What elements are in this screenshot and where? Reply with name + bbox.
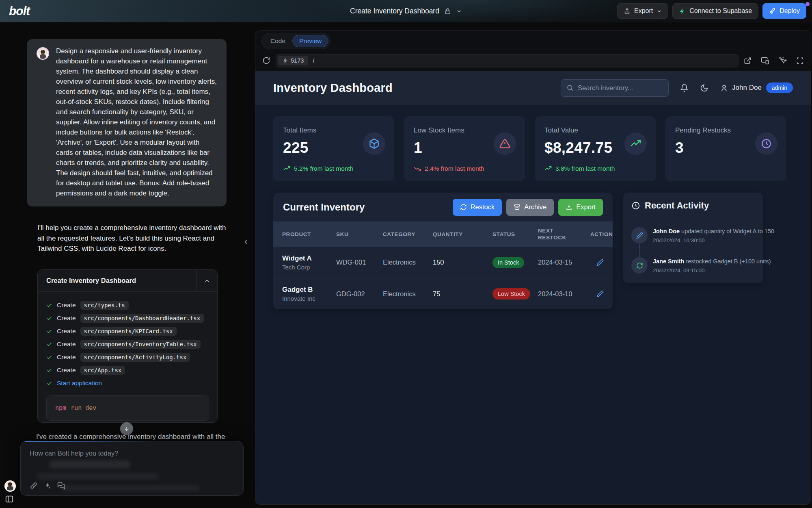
assistant-message-partial: I've created a comprehensive inventory d… (36, 433, 247, 441)
check-icon (46, 315, 52, 321)
account-avatar[interactable] (4, 480, 16, 492)
check-icon (46, 354, 52, 360)
build-step: Create src/types.ts (46, 299, 209, 312)
kpi-card-total-value: Total Value $8,247.75 3.8% from last mon… (535, 116, 656, 181)
attach-link-icon[interactable] (30, 482, 38, 490)
edit-pencil-icon[interactable] (596, 259, 604, 266)
activity-item: Jane Smith restocked Gadget B (+100 unit… (631, 257, 755, 274)
tab-preview[interactable]: Preview (292, 35, 328, 47)
url-path: / (313, 57, 314, 64)
project-title: Create Inventory Dashboard (350, 7, 439, 15)
dashboard-header: Inventory Dashboard John Doe admin (255, 71, 811, 105)
export-button[interactable]: Export (617, 3, 668, 19)
plug-zap-icon (283, 58, 288, 63)
editor-tab-bar: Code Preview (255, 31, 811, 51)
archive-button[interactable]: Archive (506, 199, 554, 216)
refresh-icon (460, 204, 467, 211)
chat-panel: Design a responsive and user-friendly in… (0, 22, 255, 508)
discuss-chat-icon[interactable] (57, 482, 65, 490)
user-menu[interactable]: John Doe (720, 84, 762, 92)
file-path[interactable]: src/components/InventoryTable.tsx (80, 340, 201, 349)
table-row[interactable]: Gadget B Innovate Inc GDG-002 Electronic… (273, 278, 613, 309)
activity-timestamp: 20/02/2024, 10:30:00 (653, 237, 774, 243)
chat-input-box[interactable] (20, 441, 244, 496)
file-path[interactable]: src/App.tsx (80, 366, 125, 375)
bolt-logo[interactable]: bolt (9, 4, 30, 18)
export-csv-button[interactable]: Export (558, 199, 603, 216)
collapse-toggle-button[interactable] (196, 270, 217, 291)
file-path[interactable]: src/components/KPICard.tsx (80, 327, 177, 336)
file-path[interactable]: src/types.ts (80, 301, 129, 310)
top-bar: bolt Create Inventory Dashboard Export C… (0, 0, 812, 22)
clock-icon (755, 132, 777, 155)
terminal-command: npm run dev (46, 395, 209, 421)
sku-cell: WDG-001 (336, 258, 383, 266)
archive-icon (514, 204, 520, 211)
build-step: Create src/components/KPICard.tsx (46, 325, 209, 338)
inventory-search-input[interactable] (578, 84, 667, 92)
build-step: Create src/components/DashboardHeader.ts… (46, 312, 209, 325)
check-icon (46, 302, 52, 308)
category-cell: Electronics (383, 290, 433, 298)
connect-supabase-button[interactable]: Connect to Supabase (672, 3, 758, 19)
sidebar-toggle-icon[interactable] (5, 495, 14, 504)
activity-item: John Doe updated quantity of Widget A to… (631, 227, 755, 243)
deploy-button[interactable]: Deploy (762, 3, 806, 19)
restock-button[interactable]: Restock (453, 199, 502, 216)
open-external-icon[interactable] (744, 57, 752, 65)
current-inventory-panel: Current Inventory Restock Archive Exp (273, 193, 613, 309)
refresh-icon (631, 257, 648, 274)
product-supplier: Tech Corp (282, 264, 336, 271)
recent-activity-panel: Recent Activity John Doe updated quantit… (623, 193, 763, 283)
kpi-card-low-stock: Low Stock Items 1 2.4% from last month (404, 116, 525, 181)
lock-icon (444, 8, 451, 15)
port-pill[interactable]: 5173 (278, 56, 308, 65)
tab-code[interactable]: Code (263, 35, 292, 47)
app-preview: Inventory Dashboard John Doe admin Total… (255, 71, 811, 505)
status-badge: Low Stock (492, 288, 530, 300)
blurred-content (37, 473, 159, 480)
start-application-step: Start application (46, 377, 209, 390)
file-path[interactable]: src/components/DashboardHeader.tsx (80, 314, 204, 323)
timeline-connector (639, 243, 640, 258)
dashboard-title: Inventory Dashboard (273, 81, 393, 95)
collapse-panel-chevron[interactable] (242, 238, 250, 246)
chevron-down-icon (657, 9, 662, 14)
user-prompt-text: Design a responsive and user-friendly in… (56, 46, 217, 198)
project-title-group[interactable]: Create Inventory Dashboard (350, 7, 462, 15)
start-application-link[interactable]: Start application (57, 380, 102, 387)
enhance-sparkles-icon[interactable] (43, 482, 52, 490)
table-row[interactable]: Widget A Tech Corp WDG-001 Electronics 1… (273, 247, 613, 278)
preview-panel: Code Preview 5173 / Inventory Dashboard (255, 30, 811, 505)
pencil-icon (631, 227, 648, 243)
trending-up-icon (624, 132, 647, 155)
arrow-down-icon (123, 426, 130, 432)
clock-icon (631, 201, 640, 210)
inspect-cursor-icon[interactable] (779, 56, 787, 65)
assistant-message: I'll help you create a comprehensive inv… (37, 223, 227, 254)
role-badge: admin (766, 82, 793, 93)
scroll-to-bottom-button[interactable] (120, 422, 133, 435)
status-badge: In Stock (492, 257, 524, 268)
category-cell: Electronics (383, 258, 433, 266)
restock-date-cell: 2024-03-15 (538, 258, 590, 266)
bell-icon[interactable] (680, 84, 689, 92)
blurred-content (61, 485, 199, 491)
upload-icon (624, 8, 631, 15)
check-icon (46, 328, 52, 334)
dark-mode-moon-icon[interactable] (700, 84, 708, 92)
edit-pencil-icon[interactable] (596, 290, 604, 297)
product-supplier: Innovate Inc (282, 295, 336, 302)
devices-icon[interactable] (761, 56, 769, 65)
inventory-search-box[interactable] (561, 79, 669, 97)
quantity-cell[interactable]: 75 (433, 290, 492, 298)
build-step: Create src/components/InventoryTable.tsx (46, 338, 209, 351)
chevron-down-icon[interactable] (456, 8, 462, 14)
file-path[interactable]: src/components/ActivityLog.tsx (80, 353, 190, 362)
blurred-content (49, 461, 130, 468)
url-field[interactable]: 5173 / (276, 54, 739, 67)
quantity-cell[interactable]: 150 (433, 258, 492, 266)
fullscreen-icon[interactable] (796, 57, 804, 65)
reload-icon[interactable] (262, 56, 270, 65)
table-header: PRODUCT SKU CATEGORY QUANTITY STATUS NEX… (273, 221, 613, 247)
